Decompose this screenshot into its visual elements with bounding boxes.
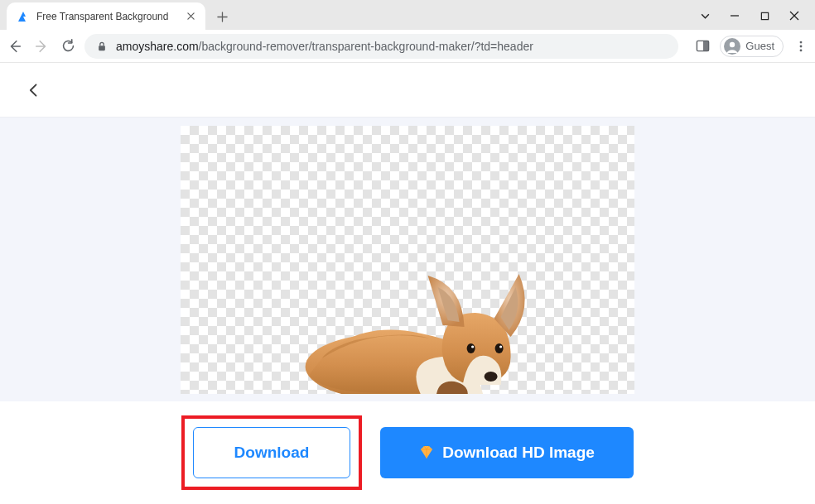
svg-point-8 [800,49,803,51]
svg-point-7 [800,45,803,47]
svg-point-6 [800,41,803,43]
actions-bar: Download Download HD Image [0,401,815,504]
profile-chip[interactable]: Guest [720,36,784,57]
favicon-icon [17,10,30,23]
window-controls [699,10,815,30]
page-back-button[interactable] [23,79,45,101]
titlebar: Free Transparent Background [0,0,815,30]
nav-buttons [7,38,76,55]
result-image[interactable] [181,126,634,394]
menu-icon[interactable] [793,39,808,54]
svg-point-5 [730,41,735,46]
minimize-icon[interactable] [729,10,740,22]
download-hd-button[interactable]: Download HD Image [380,427,634,478]
toolbar: amoyshare.com/background-remover/transpa… [0,30,815,63]
close-tab-icon[interactable] [184,10,197,23]
svg-point-10 [485,372,498,382]
profile-label: Guest [745,40,774,52]
address-bar[interactable]: amoyshare.com/background-remover/transpa… [84,34,678,59]
side-panel-icon[interactable] [695,39,710,54]
svg-point-14 [499,345,502,348]
svg-rect-0 [761,12,768,19]
toolbar-right: Guest [687,36,808,57]
url-host: amoyshare.com [116,40,199,53]
download-button-label: Download [234,444,310,462]
url-path: /background-remover/transparent-backgrou… [199,40,533,53]
forward-icon [33,38,50,55]
svg-point-13 [471,345,474,348]
reload-icon[interactable] [60,38,76,55]
svg-point-12 [495,343,504,353]
svg-point-11 [467,343,475,353]
subject-image [297,251,538,394]
tab-title: Free Transparent Background [36,11,177,22]
download-hd-button-label: Download HD Image [442,444,595,462]
diamond-icon [419,445,434,460]
svg-point-9 [306,334,471,394]
maximize-icon[interactable] [759,10,770,22]
url-text: amoyshare.com/background-remover/transpa… [116,40,533,53]
avatar-icon [724,38,740,55]
lock-icon [96,41,108,52]
page-header [0,63,815,118]
highlight-annotation: Download [181,415,362,490]
new-tab-button[interactable] [210,5,234,28]
svg-rect-3 [703,41,709,50]
browser-tab[interactable]: Free Transparent Background [7,2,205,30]
back-icon[interactable] [7,38,23,55]
close-icon[interactable] [788,10,800,22]
download-button[interactable]: Download [193,427,350,478]
svg-rect-1 [99,46,105,50]
chevron-down-icon[interactable] [699,10,711,22]
canvas-area [0,118,815,401]
